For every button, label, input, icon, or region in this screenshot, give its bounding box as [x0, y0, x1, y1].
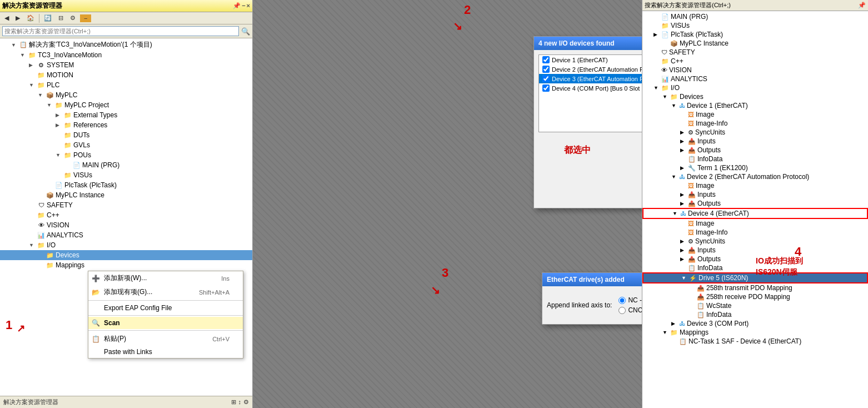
rtree-image4[interactable]: 🖼 Image [642, 219, 868, 228]
rtree-plctask[interactable]: ▶ 📄 PlcTask (PlcTask) [642, 30, 868, 39]
rtree-wcstate[interactable]: 📋 WcState [642, 301, 868, 310]
tree-item-myplcinst[interactable]: 📦 MyPLC Instance [0, 190, 252, 200]
tree-item-tc3[interactable]: 📁 TC3_InoVanceMotion [0, 50, 252, 60]
rtree-imageinfo1[interactable]: 🖼 Image-Info [642, 119, 868, 128]
tree-item-cpp[interactable]: 📁 C++ [0, 210, 252, 220]
tree-item-main[interactable]: 📄 MAIN (PRG) [0, 160, 252, 170]
rtree-nctask1-label: NC-Task 1 SAF - Device 4 (EtherCAT) [689, 337, 801, 345]
device-2-checkbox[interactable] [542, 66, 550, 73]
rtree-infodata5[interactable]: 📋 InfoData [642, 310, 868, 319]
rtree-drive5[interactable]: ▼ ⚡ Drive 5 (IS620N) [642, 272, 868, 283]
search-icon[interactable]: 🔍 [241, 27, 250, 36]
menu-item-scan[interactable]: 🔍 Scan [88, 317, 243, 329]
radio-nc[interactable]: NC - Configuration [618, 296, 642, 304]
rtree-nctask1[interactable]: 📋 NC-Task 1 SAF - Device 4 (EtherCAT) [642, 337, 868, 346]
rtree-vision[interactable]: 👁 VISION [642, 66, 868, 74]
device-row-3[interactable]: Device 3 (EtherCAT Automation Protocol) … [539, 74, 642, 83]
radio-cnc-input[interactable] [618, 307, 626, 314]
tree-item-myplcproject[interactable]: 📁 MyPLC Project [0, 100, 252, 110]
rtree-inputs4[interactable]: ▶ 📥 Inputs [642, 246, 868, 255]
rtree-visus[interactable]: 📁 VISUs [642, 21, 868, 30]
pin-button[interactable]: 📌 [233, 2, 241, 9]
rtree-analytics[interactable]: 📊 ANALYTICS [642, 74, 868, 83]
device-row-4[interactable]: Device 4 (COM Port) [Bus 0 Slot 126 UART… [539, 83, 642, 93]
properties-icon[interactable]: ⚙ [243, 399, 249, 406]
rtree-safety[interactable]: 🛡 SAFETY [642, 48, 868, 57]
tree-item-analytics[interactable]: 📊 ANALYTICS [0, 230, 252, 240]
sort-icon[interactable]: ↕ [238, 399, 242, 406]
back-button[interactable]: ◀ [2, 13, 11, 23]
radio-nc-input[interactable] [618, 297, 626, 304]
rtree-pdo-tx[interactable]: 📤 258th transmit PDO Mapping [642, 283, 868, 292]
search-input[interactable] [2, 26, 239, 36]
auto-hide-button[interactable]: − [242, 2, 245, 9]
rtree-myplcinst[interactable]: 📦 MyPLC Instance [642, 39, 868, 48]
tree-item-myplc[interactable]: 📦 MyPLC [0, 90, 252, 100]
rtree-main-icon: 📄 [661, 13, 669, 21]
refresh-button[interactable]: 🔄 [42, 13, 54, 23]
minimize-button[interactable]: − [80, 14, 91, 22]
tree-item-duts[interactable]: 📁 DUTs [0, 130, 252, 140]
device-row-1[interactable]: Device 1 (EtherCAT) [539, 55, 642, 64]
filter-button[interactable]: ⊟ [56, 13, 66, 23]
solution-explorer-tab[interactable]: 解决方案资源管理器 [3, 398, 58, 406]
tree-item-devices[interactable]: 📁 Devices [0, 250, 252, 260]
menu-item-export[interactable]: Export EAP Config File [88, 302, 243, 314]
rtree-pdo-rx[interactable]: 📥 258th receive PDO Mapping [642, 292, 868, 301]
tree-item-mappings[interactable]: 📁 Mappings [0, 260, 252, 270]
rtree-devices-header[interactable]: ▼ 📁 Devices [642, 92, 868, 101]
rtree-imageinfo4[interactable]: 🖼 Image-Info [642, 228, 868, 237]
tree-item-system[interactable]: ⚙ SYSTEM [0, 60, 252, 70]
rtree-outputs4[interactable]: ▶ 📤 Outputs [642, 255, 868, 263]
rtree-main[interactable]: 📄 MAIN (PRG) [642, 12, 868, 21]
close-button[interactable]: × [247, 2, 250, 9]
tree-item-safety[interactable]: 🛡 SAFETY [0, 200, 252, 210]
rtree-device2[interactable]: ▼ 🖧 Device 2 (EtherCAT Automation Protoc… [642, 172, 868, 181]
tree-item-visus[interactable]: 📁 VISUs [0, 170, 252, 180]
grid-icon[interactable]: ⊞ [231, 399, 236, 406]
rtree-inputs2[interactable]: ▶ 📥 Inputs [642, 190, 868, 199]
tree-item-solution[interactable]: 📋 解决方案'TC3_InoVanceMotion'(1 个项目) [0, 39, 252, 50]
rtree-devices-icon: 📁 [670, 93, 678, 101]
rtree-device1[interactable]: ▼ 🖧 Device 1 (EtherCAT) [642, 101, 868, 110]
rtree-outputs1[interactable]: ▶ 📤 Outputs [642, 146, 868, 155]
rtree-mappings[interactable]: ▼ 📁 Mappings [642, 328, 868, 337]
radio-cnc[interactable]: CNC - Configuration [618, 306, 642, 314]
menu-item-paste-links[interactable]: Paste with Links [88, 346, 243, 358]
rtree-image2[interactable]: 🖼 Image [642, 181, 868, 190]
home-button[interactable]: 🏠 [24, 13, 37, 23]
rtree-infodata4-icon: 📋 [688, 265, 696, 272]
right-pin-button[interactable]: 📌 [858, 2, 866, 9]
rtree-device3-com[interactable]: ▶ 🖧 Device 3 (COM Port) [642, 319, 868, 328]
rtree-image1[interactable]: 🖼 Image [642, 110, 868, 119]
menu-item-add-new[interactable]: ➕ 添加新项(W)... Ins [88, 271, 243, 285]
rtree-syncunits4[interactable]: ▶ ⚙ SyncUnits [642, 237, 868, 246]
rtree-infodata4[interactable]: 📋 InfoData [642, 263, 868, 272]
rtree-infodata1[interactable]: 📋 InfoData [642, 155, 868, 163]
tree-item-plc[interactable]: 📁 PLC [0, 80, 252, 90]
rtree-term1[interactable]: ▶ 🔧 Term 1 (EK1200) [642, 163, 868, 172]
device-3-checkbox[interactable] [542, 75, 550, 82]
device-4-checkbox[interactable] [542, 84, 550, 92]
tree-item-references[interactable]: 📁 References [0, 120, 252, 130]
menu-item-add-existing[interactable]: 📂 添加现有项(G)... Shift+Alt+A [88, 285, 243, 299]
tree-item-plctask[interactable]: 📄 PlcTask (PlcTask) [0, 180, 252, 190]
tree-item-pous[interactable]: 📁 POUs [0, 150, 252, 160]
rtree-outputs2[interactable]: ▶ 📤 Outputs [642, 199, 868, 208]
rtree-inputs1[interactable]: ▶ 📥 Inputs [642, 137, 868, 146]
rtree-cpp-icon: 📁 [661, 58, 669, 65]
rtree-device4[interactable]: ▼ 🖧 Device 4 (EtherCAT) [642, 208, 868, 219]
tree-item-io[interactable]: 📁 I/O [0, 240, 252, 250]
settings-button[interactable]: ⚙ [68, 13, 78, 23]
menu-item-paste[interactable]: 📋 粘贴(P) Ctrl+V [88, 332, 243, 346]
device-row-2[interactable]: Device 2 (EtherCAT Automation Protocol) … [539, 64, 642, 74]
rtree-io[interactable]: ▼ 📁 I/O [642, 83, 868, 92]
rtree-cpp[interactable]: 📁 C++ [642, 57, 868, 66]
rtree-syncunits1[interactable]: ▶ ⚙ SyncUnits [642, 128, 868, 137]
tree-item-gvls[interactable]: 📁 GVLs [0, 140, 252, 150]
device-1-checkbox[interactable] [542, 56, 550, 63]
forward-button[interactable]: ▶ [13, 13, 22, 23]
tree-item-externaltypes[interactable]: 📁 External Types [0, 110, 252, 120]
tree-item-vision[interactable]: 👁 VISION [0, 220, 252, 230]
tree-item-motion[interactable]: 📁 MOTION [0, 70, 252, 80]
